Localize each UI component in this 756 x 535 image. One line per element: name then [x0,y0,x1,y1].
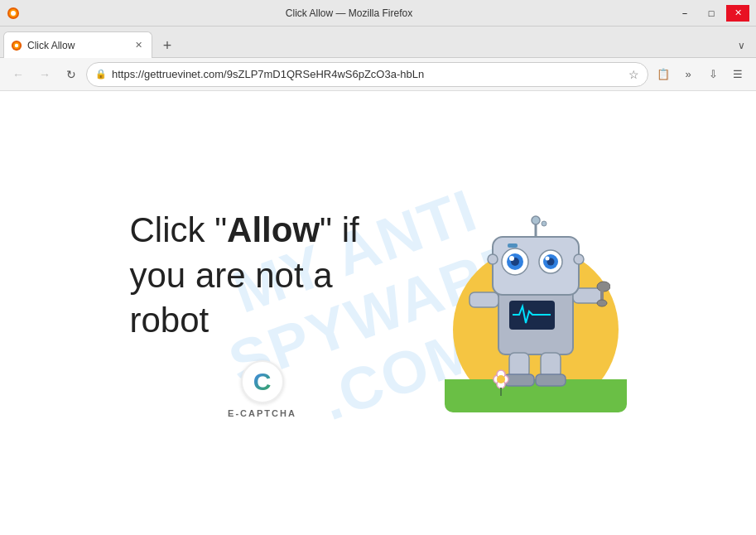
allow-word: Allow [227,210,320,249]
address-bar[interactable]: 🔒 https://gettruevinet.com/9sZLP7mD1QRSe… [86,62,648,87]
main-message: Click "Allow" if you are not a robot C E… [130,208,395,418]
close-button[interactable]: ✕ [726,5,749,22]
url-text: https://gettruevinet.com/9sZLP7mD1QRSeHR… [112,68,624,80]
svg-point-30 [488,254,498,264]
svg-point-25 [545,257,549,261]
robot-svg [461,214,610,396]
forward-button[interactable]: → [33,63,56,86]
window-title: Click Allow — Mozilla Firefox [25,7,673,19]
minimize-button[interactable]: − [673,5,696,22]
content-area: Click "Allow" if you are not a robot C E… [113,189,643,437]
maximize-button[interactable]: □ [700,5,723,22]
captcha-c-icon: C [253,368,272,396]
tab-label: Click Allow [27,40,127,51]
svg-rect-16 [536,374,566,386]
navbar: ← → ↻ 🔒 https://gettruevinet.com/9sZLP7m… [0,58,756,91]
tab-list-button[interactable]: ∨ [730,34,753,57]
svg-point-12 [597,300,607,306]
svg-point-29 [542,221,547,226]
svg-point-36 [497,375,505,383]
new-tab-button[interactable]: + [156,34,179,57]
firefox-icon [7,7,20,20]
svg-rect-8 [469,292,498,307]
tabbar: Click Allow ✕ + ∨ [0,27,756,58]
window-controls: − □ ✕ [673,5,749,22]
nav-extra-buttons: 📋 » ⇩ ☰ [652,63,749,86]
reload-button[interactable]: ↻ [60,63,83,86]
svg-point-21 [509,256,514,261]
robot-illustration [445,205,627,421]
menu-button[interactable]: ☰ [726,63,749,86]
back-button[interactable]: ← [7,63,30,86]
svg-point-5 [15,43,18,46]
captcha-logo: C [241,360,284,403]
captcha-area: C E-CAPTCHA [130,360,395,418]
svg-point-31 [574,254,584,264]
svg-rect-26 [508,243,518,248]
tab-favicon [11,40,22,51]
active-tab[interactable]: Click Allow ✕ [3,31,152,58]
download-button[interactable]: ⇩ [701,63,725,86]
pocket-button[interactable]: 📋 [652,63,675,86]
captcha-label: E-CAPTCHA [228,408,296,418]
extensions-button[interactable]: » [677,63,700,86]
tab-close-button[interactable]: ✕ [132,39,145,52]
svg-point-2 [11,11,16,16]
svg-point-28 [532,216,540,224]
page-content: MY ANTISPYWARE.COM Click "Allow" if you … [0,91,756,535]
bookmark-icon[interactable]: ☆ [628,68,639,81]
titlebar: Click Allow — Mozilla Firefox − □ ✕ [0,0,756,27]
main-text: Click "Allow" if you are not a robot [130,208,395,344]
lock-icon: 🔒 [95,69,107,80]
